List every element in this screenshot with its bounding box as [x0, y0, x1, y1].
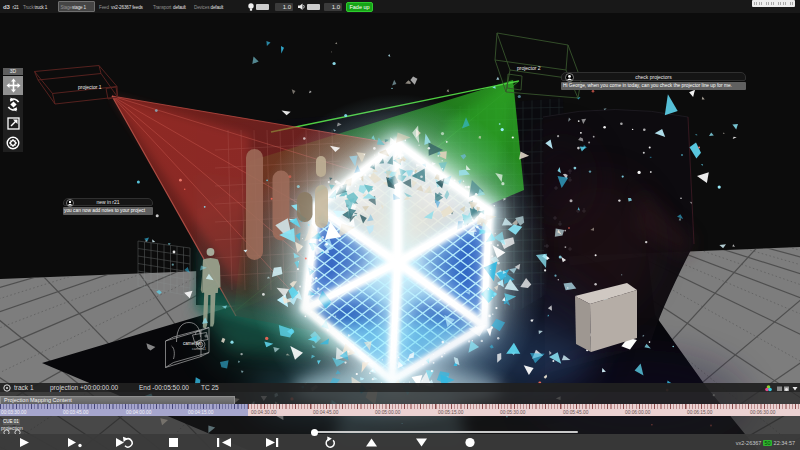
- svg-text:camera1: camera1: [192, 347, 206, 351]
- svg-text:cameras: cameras: [183, 341, 201, 346]
